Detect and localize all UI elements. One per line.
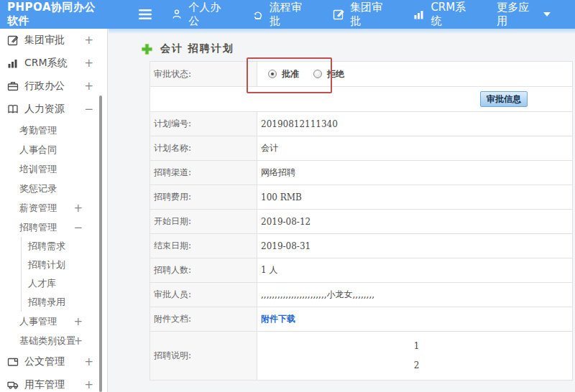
book-icon <box>7 103 19 115</box>
radio-approve-circle[interactable] <box>268 70 277 78</box>
form-row-end-date: 结束日期: 2019-08-31 <box>150 234 572 258</box>
user-icon <box>171 9 183 20</box>
field-value: 网络招聘 <box>257 161 572 185</box>
recruitment-submenu: 招聘需求 招聘计划 人才库 招聘录用 <box>21 237 107 312</box>
approval-info-button[interactable]: 审批信息 <box>480 91 528 107</box>
field-label: 审批人员: <box>150 283 257 307</box>
field-value: 20190812111340 <box>257 112 572 136</box>
field-label: 计划名称: <box>150 136 257 160</box>
form-row-approvers: 审批人员: ,,,,,,,,,,,,,,,,,,,,,,,,小龙女,,,,,,,… <box>150 283 572 307</box>
edit-square-icon <box>333 9 344 20</box>
sidebar-item-label: 用车管理 <box>24 378 65 391</box>
field-label: 招聘说明: <box>150 332 257 380</box>
sidebar-item-personnel-contract[interactable]: 人事合同 <box>0 140 107 159</box>
sidebar-scrollbar[interactable] <box>99 95 102 392</box>
expand-toggle[interactable]: + <box>84 57 93 70</box>
field-label: 计划编号: <box>150 112 257 136</box>
field-value: 2019-08-12 <box>257 210 572 233</box>
edit-square-icon <box>7 34 19 46</box>
nav-group-approval[interactable]: 集团审批 <box>333 1 389 28</box>
expand-toggle[interactable]: − <box>84 103 93 116</box>
sidebar-item-admin-office[interactable]: 行政办公 + <box>0 75 107 98</box>
sidebar-item-label: 人事合同 <box>19 144 57 157</box>
radio-approve[interactable]: 批准 <box>268 68 299 80</box>
flow-arrow-icon <box>252 9 264 20</box>
nav-crm-system[interactable]: CRM系统 <box>413 1 472 28</box>
expand-toggle[interactable]: + <box>84 355 93 368</box>
sidebar-item-recruitment-management[interactable]: 招聘管理 − <box>0 218 107 237</box>
sidebar-item-human-resources[interactable]: 人力资源 − <box>0 98 107 121</box>
nav-process-approval[interactable]: 流程审批 <box>252 1 308 28</box>
content-top-strip <box>109 29 575 34</box>
form-row-headcount: 招聘人数: 1 人 <box>150 258 572 283</box>
sidebar-item-salary-management[interactable]: 薪资管理 + <box>0 198 107 218</box>
add-icon[interactable] <box>141 43 153 55</box>
form-row-recruitment-channel: 招聘渠道: 网络招聘 <box>150 161 572 185</box>
topbar: PHPOA协同办公软件 个人办公 流程审批 集团审批 CRM系统 <box>0 0 575 29</box>
sidebar-item-reward-punishment-records[interactable]: 奖惩记录 <box>0 179 107 198</box>
sidebar-item-recruitment-hiring[interactable]: 招聘录用 <box>22 293 107 312</box>
sidebar-item-attendance-management[interactable]: 考勤管理 <box>0 121 107 140</box>
field-label: 招聘人数: <box>150 258 257 282</box>
description-line: 1 <box>414 341 420 351</box>
main-content: 会计 招聘计划 审批状态: 批准 拒绝 审 <box>109 29 575 392</box>
approval-status-radio-group: 批准 拒绝 <box>261 68 344 80</box>
menu-toggle-icon[interactable] <box>139 9 152 19</box>
form-row-plan-number: 计划编号: 20190812111340 <box>150 112 572 136</box>
sidebar-item-label: 招聘录用 <box>28 296 65 309</box>
nav-label: 集团审批 <box>350 1 389 28</box>
sidebar-item-personnel-management[interactable]: 人事管理 + <box>0 312 107 331</box>
nav-more-apps[interactable]: 更多应用 <box>497 1 551 28</box>
page-header: 会计 招聘计划 <box>109 34 575 57</box>
sidebar-item-label: 行政办公 <box>24 80 65 93</box>
sidebar-item-label: 招聘计划 <box>28 258 65 271</box>
nav-label: CRM系统 <box>431 1 472 28</box>
expand-toggle[interactable]: + <box>84 34 93 47</box>
field-value: 1 人 <box>257 258 572 282</box>
sidebar-item-label: CRM系统 <box>24 57 68 70</box>
radio-reject-circle[interactable] <box>313 70 322 78</box>
field-value: 1 2 <box>257 332 572 380</box>
sidebar-item-label: 基础类别设置 <box>19 335 75 347</box>
field-value: 2019-08-31 <box>257 234 572 258</box>
sidebar-item-talent-pool[interactable]: 人才库 <box>22 274 107 293</box>
field-value: 会计 <box>257 136 572 160</box>
radio-reject-label: 拒绝 <box>327 68 344 80</box>
truck-icon <box>7 379 19 391</box>
form-row-status: 审批状态: 批准 拒绝 <box>150 62 572 87</box>
expand-toggle[interactable]: + <box>73 202 83 215</box>
nav-label: 流程审批 <box>270 1 308 28</box>
sidebar-item-recruitment-plan[interactable]: 招聘计划 <box>22 256 107 274</box>
sidebar-item-label: 培训管理 <box>19 163 57 176</box>
nav-personal-office[interactable]: 个人办公 <box>171 1 227 28</box>
approval-form: 审批状态: 批准 拒绝 审批信息 <box>150 61 573 381</box>
expand-toggle[interactable]: + <box>84 378 93 391</box>
sidebar-item-basic-category-settings[interactable]: 基础类别设置 + <box>0 331 107 350</box>
sidebar-item-label: 招聘管理 <box>19 221 57 234</box>
sidebar-item-crm-system[interactable]: CRM系统 + <box>0 52 107 75</box>
sidebar-item-label: 集团审批 <box>24 34 65 47</box>
sidebar-item-group-approval[interactable]: 集团审批 + <box>0 29 107 52</box>
radio-reject[interactable]: 拒绝 <box>313 68 344 80</box>
radio-approve-label: 批准 <box>282 68 299 80</box>
field-label: 结束日期: <box>150 234 257 258</box>
form-row-recruitment-cost: 招聘费用: 100 RMB <box>150 185 572 210</box>
form-row-start-date: 开始日期: 2019-08-12 <box>150 210 572 234</box>
expand-toggle[interactable]: + <box>73 335 83 347</box>
sidebar-item-document-management[interactable]: 公文管理 + <box>0 350 107 373</box>
sidebar-item-vehicle-management[interactable]: 用车管理 + <box>0 373 107 392</box>
top-navigation: 个人办公 流程审批 集团审批 CRM系统 更多应用 <box>171 1 575 28</box>
expand-toggle[interactable]: + <box>73 315 83 328</box>
field-value: 100 RMB <box>257 185 572 209</box>
app-logo: PHPOA协同办公软件 <box>0 1 103 28</box>
form-row-description: 招聘说明: 1 2 <box>150 332 572 380</box>
field-label: 招聘渠道: <box>150 161 257 185</box>
sidebar-item-label: 公文管理 <box>24 355 65 368</box>
attachment-download-link[interactable]: 附件下载 <box>261 313 295 325</box>
sidebar-item-recruitment-demand[interactable]: 招聘需求 <box>22 237 107 256</box>
sidebar-item-label: 奖惩记录 <box>19 182 57 195</box>
sidebar-item-training-management[interactable]: 培训管理 <box>0 159 107 179</box>
expand-toggle[interactable]: + <box>84 80 93 93</box>
description-line: 2 <box>414 360 420 370</box>
expand-toggle[interactable]: − <box>73 221 83 234</box>
